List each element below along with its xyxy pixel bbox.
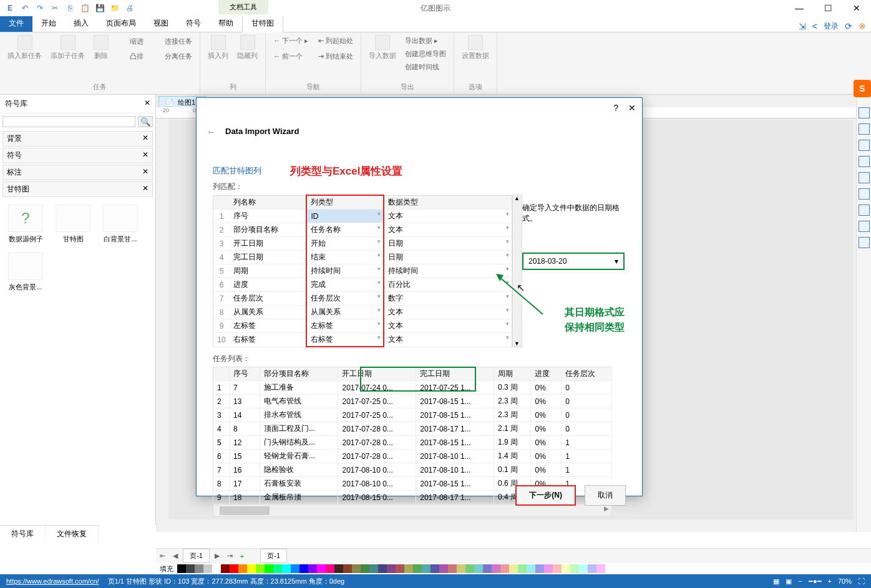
add-subtask-button[interactable]: 添加子任务 (51, 35, 85, 62)
view-full-icon[interactable]: ▣ (786, 577, 792, 586)
color-swatch[interactable] (352, 564, 361, 573)
mapping-row[interactable]: 10右标签右标签文本 (213, 333, 512, 347)
mapping-row[interactable]: 7任务层次任务层次数字 (213, 292, 512, 306)
color-swatch[interactable] (492, 564, 500, 573)
color-swatch[interactable] (387, 564, 396, 573)
color-swatch[interactable] (474, 564, 483, 573)
accordion-gantt[interactable]: 甘特图✕ (2, 181, 153, 197)
color-swatch[interactable] (256, 564, 265, 573)
create-mindmap-button[interactable]: 创建思维导图 (405, 48, 446, 60)
view-normal-icon[interactable]: ▦ (773, 577, 779, 586)
color-swatch[interactable] (247, 564, 256, 573)
task-row[interactable]: 512门头钢结构及...2017-07-28 0...2017-08-15 1.… (213, 436, 612, 450)
fit-icon[interactable]: ⛶ (858, 577, 865, 585)
dialog-close-button[interactable]: ✕ (628, 103, 636, 113)
cut-icon[interactable]: ✂ (50, 3, 60, 13)
task-row[interactable]: 716隐检验收2017-08-10 0...2017-08-10 1...0.1… (213, 463, 612, 477)
color-swatch[interactable] (465, 564, 474, 573)
dialog-help-button[interactable]: ? (613, 103, 618, 113)
mapping-row[interactable]: 4完工日期结束日期 (213, 251, 512, 264)
color-swatch[interactable] (212, 564, 221, 573)
color-swatch[interactable] (282, 564, 291, 573)
page-last-icon[interactable]: ⇥ (223, 552, 236, 560)
tab-pagelayout[interactable]: 页面布局 (97, 15, 145, 32)
hide-column-button[interactable]: 隐藏列 (237, 35, 258, 60)
undo-icon[interactable]: ↶ (20, 3, 30, 13)
color-swatch[interactable] (518, 564, 527, 573)
task-row[interactable]: 314排水布管线2017-07-25 0...2017-08-15 1...2.… (213, 408, 612, 422)
shapelib-close-icon[interactable]: ✕ (144, 99, 150, 109)
open-icon[interactable]: 📁 (110, 3, 120, 13)
shape-datasource[interactable]: ?数据源例子 (6, 205, 45, 244)
page-next-icon[interactable]: ▶ (211, 552, 223, 560)
color-swatch[interactable] (230, 564, 238, 573)
cancel-button[interactable]: 取消 (585, 485, 626, 506)
color-swatch[interactable] (562, 564, 570, 573)
minimize-button[interactable]: — (785, 0, 814, 16)
tab-help[interactable]: 帮助 (210, 15, 242, 32)
color-swatch[interactable] (413, 564, 422, 573)
color-swatch[interactable] (579, 564, 588, 573)
export-data-button[interactable]: 导出数据 ▸ (405, 35, 446, 47)
outdent-button[interactable]: 凸排 (117, 50, 144, 62)
column-mapping-table[interactable]: 列名称列类型数据类型 1序号ID文本2部分项目名称任务名称文本3开工日期开始日期… (213, 195, 512, 347)
tab-gantt[interactable]: 甘特图 (242, 14, 283, 32)
color-swatch[interactable] (186, 564, 195, 573)
color-swatch[interactable] (343, 564, 352, 573)
color-swatch[interactable] (404, 564, 413, 573)
color-swatch[interactable] (361, 564, 369, 573)
color-swatch[interactable] (422, 564, 431, 573)
prev-button[interactable]: ← 前一个 (273, 51, 308, 62)
zoom-in-icon[interactable]: + (828, 577, 832, 585)
color-swatch[interactable] (483, 564, 492, 573)
task-table-scrollbar[interactable] (213, 504, 612, 517)
hyperlink-icon[interactable] (859, 205, 870, 216)
color-swatch[interactable] (221, 564, 230, 573)
color-swatch[interactable] (299, 564, 308, 573)
mapping-row[interactable]: 6进度完成百分比 (213, 278, 512, 292)
color-swatch[interactable] (396, 564, 404, 573)
clip-icon[interactable] (859, 172, 870, 183)
color-swatch[interactable] (378, 564, 387, 573)
tab-insert[interactable]: 插入 (65, 15, 97, 32)
qat-logo-icon[interactable]: E (5, 3, 15, 13)
indent-button[interactable]: 缩进 (117, 35, 144, 47)
create-timeline-button[interactable]: 创建时间线 (405, 61, 446, 73)
color-swatch[interactable] (177, 564, 186, 573)
date-format-select[interactable]: 2018-03-20▾ (522, 253, 625, 270)
layer-icon[interactable] (859, 140, 870, 151)
color-swatch[interactable] (544, 564, 553, 573)
status-url[interactable]: https://www.edrawsoft.com/cn/ (6, 577, 99, 585)
shapelib-search-button[interactable]: 🔍 (138, 116, 153, 127)
task-row[interactable]: 213电气布管线2017-07-25 0...2017-08-15 1...2.… (213, 395, 612, 408)
style-icon[interactable] (859, 123, 870, 135)
share-icon[interactable]: < (812, 21, 817, 32)
color-swatch[interactable] (334, 564, 343, 573)
shape-white-gantt[interactable]: 白背景甘... (101, 205, 140, 244)
mapping-row[interactable]: 8从属关系从属关系文本 (213, 306, 512, 319)
shape-gantt[interactable]: 甘特图 (54, 205, 92, 244)
insert-column-button[interactable]: 插入列 (208, 35, 228, 60)
sogou-ime-icon[interactable]: S (854, 80, 871, 97)
refresh-icon[interactable]: ⟳ (845, 21, 852, 32)
page-tab-1[interactable]: 页-1 (183, 549, 210, 563)
save-icon[interactable]: 💾 (95, 3, 105, 13)
set-data-button[interactable]: 设置数据 (462, 35, 489, 60)
accordion-callout[interactable]: 标注✕ (2, 165, 153, 180)
maximize-button[interactable]: ☐ (814, 0, 842, 16)
zoom-out-icon[interactable]: − (798, 577, 802, 585)
color-swatch[interactable] (317, 564, 326, 573)
tab-file[interactable]: 文件 (0, 15, 32, 32)
color-swatch[interactable] (588, 564, 596, 573)
color-swatch[interactable] (308, 564, 317, 573)
color-swatch[interactable] (326, 564, 334, 573)
mapping-row[interactable]: 9左标签左标签文本 (213, 319, 512, 333)
page-prev-icon[interactable]: ◀ (169, 552, 182, 560)
goto-end-button[interactable]: ⇥ 到结束处 (318, 51, 353, 62)
menu-icon[interactable]: ※ (859, 21, 866, 32)
link-task-button[interactable]: 连接任务 (152, 35, 192, 47)
task-row[interactable]: 17施工准备2017-07-24 0...2017-07-25 1...0.3 … (213, 381, 612, 395)
zoom-slider[interactable]: ━●━ (809, 577, 822, 586)
page-tab-next[interactable]: 页-1 (260, 549, 287, 563)
bottomtab-recovery[interactable]: 文件恢复 (46, 526, 99, 542)
